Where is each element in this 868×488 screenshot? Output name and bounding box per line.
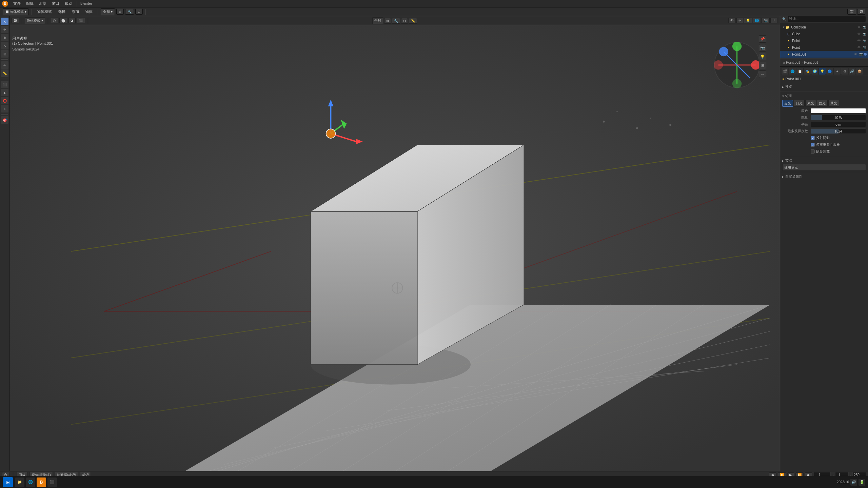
gizmo-pin[interactable]: 📌 — [759, 35, 766, 43]
vp-pivot-btn[interactable]: ⊕ — [384, 18, 391, 24]
editor-type-btn[interactable]: 🖼 — [857, 9, 865, 15]
menu-add[interactable]: 添加 — [69, 8, 81, 15]
menu-view[interactable]: 物体模式 — [35, 8, 54, 15]
tool-add-sphere[interactable]: ○ — [1, 105, 8, 113]
tool-transform[interactable]: ⊞ — [1, 50, 8, 58]
tool-select[interactable]: ↖ — [1, 18, 8, 25]
vp-shading-wire[interactable]: ⬡ — [51, 18, 58, 23]
multiple-importance-checkbox[interactable]: ✓ 多重重要性采样 — [811, 142, 840, 147]
light-type-point[interactable]: 点光 — [782, 100, 793, 107]
taskbar-browser[interactable]: 🌐 — [26, 477, 35, 487]
vp-overlay-btn[interactable]: 👁 — [728, 18, 736, 23]
outliner-search-input[interactable] — [787, 16, 866, 22]
tool-move[interactable]: ✛ — [1, 26, 8, 33]
prop-icon-world[interactable]: 🌍 — [811, 68, 818, 75]
menu-edit[interactable]: 编辑 — [24, 0, 36, 7]
menu-object[interactable]: 物体 — [83, 8, 95, 15]
shadow-caustics-checkbox[interactable]: 阴影焦散 — [811, 149, 830, 154]
outliner-row-collection[interactable]: ▾ 📁 Collection 👁 📷 — [780, 24, 868, 30]
custom-props-header[interactable]: ▸ 自定义属性 — [782, 173, 866, 180]
color-swatch[interactable] — [811, 108, 866, 114]
vp-more-btn[interactable]: ⋮ — [770, 18, 778, 23]
prop-icon-constraints[interactable]: 🔗 — [849, 68, 855, 75]
taskbar-terminal[interactable]: ⬛ — [47, 477, 57, 487]
pivot-btn[interactable]: ⊕ — [116, 9, 124, 15]
use-nodes-btn[interactable]: 使用节点 — [782, 164, 866, 171]
light-header[interactable]: ▾ 灯光 — [782, 93, 866, 99]
point001-vis-icon[interactable]: 👁 — [853, 52, 858, 57]
prop-icon-object[interactable]: 💡 — [819, 68, 826, 75]
mode-dropdown[interactable]: 🔲 物体模式 ▾ — [3, 8, 29, 15]
vp-mode-selector[interactable]: 物体模式 ▾ — [25, 17, 45, 24]
gizmo-light[interactable]: 💡 — [759, 53, 766, 60]
vp-proportional-btn[interactable]: ⊙ — [401, 18, 408, 24]
tool-measure[interactable]: 📏 — [1, 69, 8, 77]
tray-icon-2[interactable]: 🔋 — [859, 479, 865, 486]
menu-render[interactable]: 渲染 — [37, 0, 49, 7]
prop-icon-modifier[interactable]: 🔵 — [826, 68, 833, 75]
light-type-area[interactable]: 面光 — [817, 100, 828, 107]
tool-add-cone[interactable]: ▲ — [1, 89, 8, 96]
gizmo-grid[interactable]: ⊞ — [759, 62, 766, 69]
vp-shading-solid[interactable]: ⬤ — [59, 18, 67, 23]
vp-shading-material[interactable]: ◕ — [68, 18, 76, 23]
point001-render-icon[interactable]: 📷 — [859, 52, 863, 57]
snap-btn[interactable]: 🔧 — [125, 9, 134, 15]
outliner-row-point001[interactable]: ● Point.001 👁 📷 — [780, 51, 868, 58]
point-render-icon[interactable]: 📷 — [862, 38, 867, 43]
preview-header[interactable]: ▸ 预览 — [782, 83, 866, 90]
editor-type-3d[interactable]: 🖼 — [12, 18, 19, 23]
scene-canvas[interactable]: 用户透视 (1) Collection | Point.001 Sample 6… — [9, 25, 780, 471]
nodes-header[interactable]: ▸ 节点 — [782, 157, 866, 164]
cast-shadow-checkbox[interactable]: ✓ 投射阴影 — [811, 136, 830, 140]
light-type-spot[interactable]: 聚光 — [805, 100, 816, 107]
prop-icon-particles[interactable]: ✦ — [834, 68, 841, 75]
prop-icon-render[interactable]: 🎬 — [782, 68, 788, 75]
vp-gizmo-btn[interactable]: ⊹ — [736, 18, 743, 23]
render-btn[interactable]: 🎬 — [847, 9, 856, 15]
tool-annotate[interactable]: ✏ — [1, 61, 8, 69]
cube-vis-icon[interactable]: 👁 — [856, 32, 861, 36]
outliner-row-cube[interactable]: ▢ Cube 👁 📷 — [780, 30, 868, 37]
global-btn[interactable]: 全局 ▾ — [101, 8, 115, 15]
menu-help[interactable]: 帮助 — [62, 0, 75, 7]
vp-shading-render[interactable]: 🎬 — [77, 18, 85, 23]
cube-render-icon[interactable]: 📷 — [862, 32, 867, 36]
taskbar-file-explorer[interactable]: 📁 — [15, 477, 24, 487]
vp-ruler-btn[interactable]: 📏 — [409, 18, 417, 24]
vp-shading-toggle[interactable]: 💡 — [744, 18, 752, 23]
tool-cursor[interactable]: 🎯 — [1, 116, 8, 124]
outliner-row-point2[interactable]: ● Point 👁 📷 — [780, 44, 868, 51]
menu-select[interactable]: 选择 — [56, 8, 68, 15]
start-button[interactable]: ⊞ — [3, 477, 13, 487]
vp-global-btn[interactable]: 全局 — [372, 17, 383, 24]
prop-icon-physics[interactable]: ⚙ — [841, 68, 848, 75]
power-slider[interactable]: 10 W — [811, 115, 866, 120]
bounces-slider[interactable]: 1024 — [811, 128, 866, 134]
tool-rotate[interactable]: ↻ — [1, 34, 8, 41]
tool-add-cube[interactable]: ⬛ — [1, 81, 8, 88]
prop-back-icon[interactable]: ◁ — [782, 61, 785, 64]
light-type-other[interactable]: 其光 — [828, 100, 839, 107]
proportional-btn[interactable]: ⊙ — [135, 9, 143, 15]
prop-icon-view[interactable]: 📋 — [796, 68, 803, 75]
light-type-sun[interactable]: 日光 — [794, 100, 805, 107]
radius-slider[interactable]: 0 m — [811, 122, 866, 127]
gizmo-mirror[interactable]: ↔ — [759, 70, 766, 78]
viewport[interactable]: 🖼 物体模式 ▾ ⬡ ⬤ ◕ 🎬 全局 ⊕ 🔧 ⊙ 📏 👁 ⊹ 💡 🌐 📷 — [9, 16, 780, 471]
tray-icon-1[interactable]: 🔊 — [850, 479, 857, 486]
point2-vis-icon[interactable]: 👁 — [856, 45, 861, 50]
tool-scale[interactable]: ⤡ — [1, 42, 8, 49]
menu-window[interactable]: 窗口 — [50, 0, 62, 7]
vp-snap-btn[interactable]: 🔧 — [392, 18, 400, 24]
vp-camera-btn[interactable]: 📷 — [762, 18, 770, 23]
outliner-row-point[interactable]: ● Point 👁 📷 — [780, 37, 868, 44]
point2-render-icon[interactable]: 📷 — [862, 45, 867, 50]
point-vis-icon[interactable]: 👁 — [856, 38, 861, 43]
menu-file[interactable]: 文件 — [11, 0, 23, 7]
taskbar-blender[interactable]: B — [37, 477, 46, 487]
vp-viewport-shade-toggle[interactable]: 🌐 — [753, 18, 761, 23]
gizmo-camera[interactable]: 📷 — [759, 44, 766, 52]
tool-add-cylinder[interactable]: ⭕ — [1, 97, 8, 104]
prop-icon-output[interactable]: 🌐 — [789, 68, 796, 75]
